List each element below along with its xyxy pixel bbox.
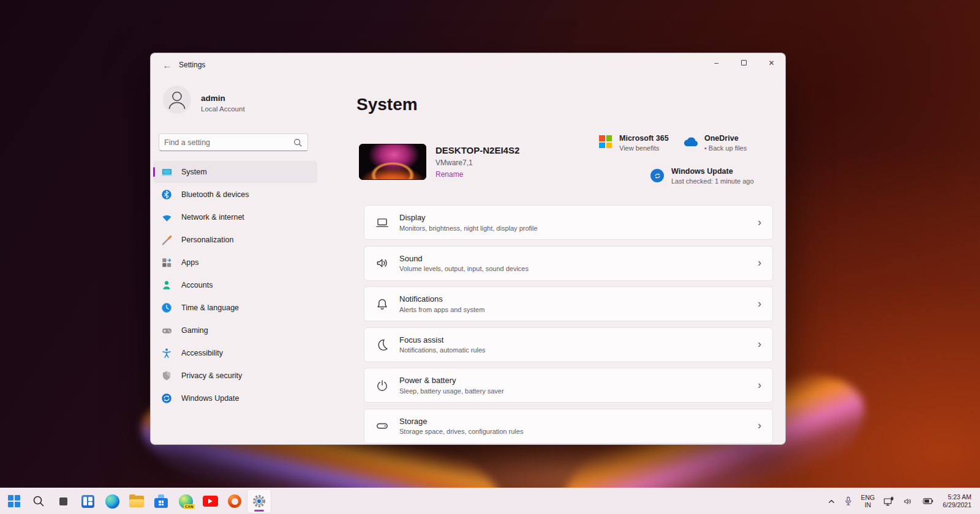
settings-rows: Display Monitors, brightness, night ligh… [364, 205, 773, 445]
maximize-button[interactable] [730, 53, 758, 72]
settings-gear-icon [252, 494, 266, 508]
accessibility-icon [160, 347, 173, 359]
sound-icon [375, 256, 389, 270]
chevron-right-icon: › [758, 215, 761, 228]
row-subtitle: Notifications, automatic rules [399, 346, 486, 354]
chevron-right-icon: › [758, 256, 761, 269]
avatar[interactable] [163, 86, 191, 114]
tray-network[interactable] [879, 488, 899, 514]
system-icon [160, 166, 173, 178]
onedrive-promo[interactable]: OneDrive •Back up files [682, 134, 747, 152]
widgets-icon [81, 495, 94, 508]
titlebar[interactable]: ← Settings – ✕ [151, 53, 785, 78]
windows-update-sync-icon [650, 169, 664, 182]
user-account-type: Local Account [201, 105, 245, 113]
sidebar-item-time-language[interactable]: Time & language [153, 297, 317, 319]
settings-row-sound[interactable]: Sound Volume levels, output, input, soun… [364, 246, 773, 281]
language-label: ENG [861, 494, 875, 501]
sidebar-item-privacy-security[interactable]: Privacy & security [153, 365, 317, 387]
chevron-right-icon: › [758, 419, 761, 432]
microsoft-store-button[interactable] [149, 489, 173, 513]
search-box[interactable] [159, 133, 308, 151]
youtube-button[interactable] [198, 489, 222, 513]
microsoft-store-icon [154, 494, 168, 508]
edge-canary-button[interactable]: CAN [173, 489, 198, 513]
settings-row-power-battery[interactable]: Power & battery Sleep, battery usage, ba… [364, 368, 773, 403]
maximize-icon [741, 60, 747, 65]
focus-assist-moon-icon [375, 338, 389, 351]
onedrive-subtitle: Back up files [709, 144, 747, 152]
sidebar-item-apps[interactable]: Apps [153, 251, 317, 274]
privacy-shield-icon [160, 370, 173, 382]
storage-drive-icon [375, 419, 389, 433]
windows-start-icon [8, 495, 20, 507]
row-title: Notifications [399, 294, 484, 304]
system-tray: ENGIN 5:23 AM6/29/2021 [823, 488, 980, 514]
user-icon [163, 86, 191, 114]
tray-overflow-button[interactable] [823, 488, 840, 514]
file-explorer-button[interactable] [124, 489, 149, 513]
sidebar-item-accessibility[interactable]: Accessibility [153, 342, 317, 364]
sidebar-item-network-internet[interactable]: Network & internet [153, 206, 317, 228]
onedrive-cloud-icon [682, 136, 699, 152]
settings-row-focus-assist[interactable]: Focus assist Notifications, automatic ru… [364, 327, 773, 362]
search-input[interactable] [164, 138, 293, 147]
back-button[interactable]: ← [158, 58, 176, 73]
tray-clock[interactable]: 5:23 AM6/29/2021 [938, 488, 974, 514]
sidebar-item-bluetooth-devices[interactable]: Bluetooth & devices [153, 184, 317, 206]
row-title: Display [399, 213, 538, 222]
notifications-bell-icon [375, 297, 389, 311]
sidebar-item-label: Network & internet [181, 213, 244, 222]
sidebar-item-personalization[interactable]: Personalization [153, 229, 317, 251]
tray-language-indicator[interactable]: ENGIN [857, 488, 880, 514]
row-title: Storage [399, 417, 523, 426]
start-button[interactable] [2, 489, 26, 513]
minimize-button[interactable]: – [703, 53, 730, 72]
sidebar-item-label: Accessibility [181, 349, 223, 357]
chevron-up-icon [827, 497, 835, 505]
close-button[interactable]: ✕ [758, 53, 785, 72]
gaming-gamepad-icon [160, 324, 173, 337]
sidebar-item-windows-update[interactable]: Windows Update [153, 387, 317, 409]
settings-window: ← Settings – ✕ admin Local Account [150, 53, 786, 445]
search-icon [32, 494, 45, 508]
time-language-icon [160, 302, 173, 314]
microsoft-365-promo[interactable]: Microsoft 365 View benefits [599, 134, 669, 152]
rename-link[interactable]: Rename [435, 170, 463, 179]
microsoft-365-subtitle: View benefits [619, 144, 669, 152]
task-view-icon [54, 492, 72, 510]
sidebar-item-label: System [181, 168, 207, 176]
network-icon [160, 211, 173, 223]
close-icon: ✕ [768, 59, 774, 67]
speaker-icon [903, 497, 913, 506]
sidebar-item-gaming[interactable]: Gaming [153, 319, 317, 341]
display-icon [375, 216, 389, 229]
desktop: ← Settings – ✕ admin Local Account [0, 0, 980, 514]
settings-row-display[interactable]: Display Monitors, brightness, night ligh… [364, 205, 773, 240]
microsoft-365-title: Microsoft 365 [619, 134, 669, 143]
sidebar-item-label: Privacy & security [181, 371, 242, 380]
taskbar-search-button[interactable] [26, 489, 51, 513]
tray-battery[interactable] [917, 488, 938, 514]
clock-time: 5:23 AM [943, 493, 971, 501]
settings-app-button[interactable] [247, 489, 271, 513]
chevron-right-icon: › [758, 378, 761, 391]
onedrive-bullet: • [704, 144, 707, 152]
sidebar-item-system[interactable]: System [153, 161, 317, 183]
edge-button[interactable] [100, 489, 124, 513]
settings-row-storage[interactable]: Storage Storage space, drives, configura… [364, 409, 773, 444]
row-title: Sound [399, 254, 529, 263]
windows-update-promo[interactable]: Windows Update Last checked: 1 minute ag… [650, 167, 754, 185]
sidebar-item-accounts[interactable]: Accounts [153, 274, 317, 296]
settings-row-notifications[interactable]: Notifications Alerts from apps and syste… [364, 286, 773, 321]
sidebar-item-label: Apps [181, 258, 199, 267]
widgets-button[interactable] [75, 489, 100, 513]
network-icon [883, 496, 894, 507]
task-view-button[interactable] [51, 489, 75, 513]
row-subtitle: Volume levels, output, input, sound devi… [399, 265, 529, 272]
window-title: Settings [179, 61, 205, 69]
onedrive-title: OneDrive [704, 134, 747, 143]
tray-volume[interactable] [899, 488, 917, 514]
office-button[interactable] [222, 489, 247, 513]
tray-microphone[interactable] [840, 488, 857, 514]
